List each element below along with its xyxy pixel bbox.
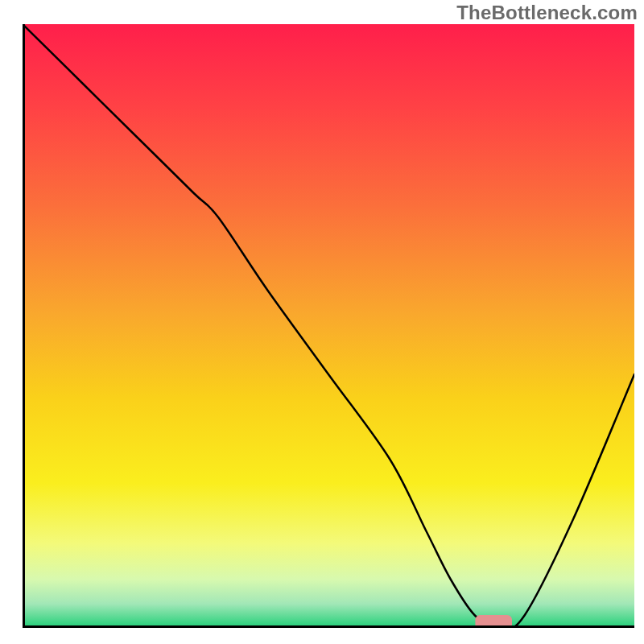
chart-canvas — [23, 24, 634, 628]
chart-frame: TheBottleneck.com — [0, 0, 644, 644]
watermark-label: TheBottleneck.com — [456, 2, 638, 24]
plot-area — [23, 24, 634, 628]
